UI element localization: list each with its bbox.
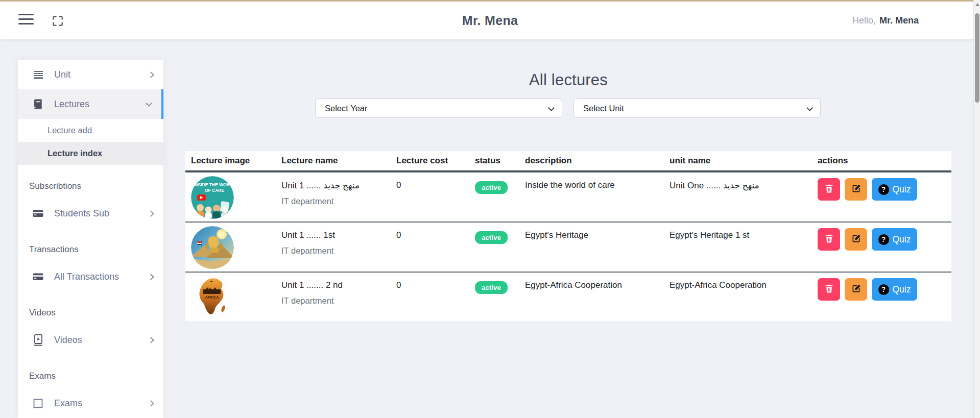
lecture-department: IT department (281, 246, 391, 256)
status-badge: active (475, 281, 508, 294)
sidebar-section-header: Exams (18, 371, 163, 388)
status-badge: active (475, 231, 508, 244)
question-circle-icon: ? (878, 284, 889, 295)
lecture-name: Unit 1 ...... منهج جديد (281, 180, 391, 191)
sidebar-group-exams: Exams Exams (18, 371, 163, 418)
delete-button[interactable] (818, 228, 840, 251)
lecture-image-care[interactable]: INSIDE THE WORLD OF CARE (191, 176, 234, 219)
question-circle-icon: ? (878, 184, 889, 195)
quiz-button[interactable]: ? Quiz (872, 278, 917, 301)
select-year-dropdown[interactable]: Select Year (315, 99, 562, 118)
quiz-button-label: Quiz (893, 284, 911, 295)
sidebar-subitem-lecture-add[interactable]: Lecture add (18, 119, 163, 142)
column-header-lecture-cost: Lecture cost (396, 156, 475, 166)
sidebar-item-label: Unit (54, 69, 149, 80)
scrollbar-thumb[interactable] (975, 13, 979, 103)
select-year-value: Select Year (325, 104, 367, 113)
table-row: Unit 1 ...... 1st IT department 0 active… (185, 222, 951, 272)
unit-name: Unit One ...... منهج جديد (670, 173, 818, 222)
chevron-down-icon (146, 100, 152, 107)
column-header-lecture-image: Lecture image (191, 156, 281, 166)
quiz-button-label: Quiz (893, 234, 911, 245)
status-badge: active (475, 181, 508, 194)
svg-text:INSIDE THE WORLD: INSIDE THE WORLD (194, 182, 234, 187)
trash-icon (824, 283, 834, 296)
book-icon (31, 98, 45, 110)
trash-icon (824, 183, 834, 195)
edit-button[interactable] (845, 278, 867, 301)
chevron-right-icon (148, 274, 154, 280)
quiz-button[interactable]: ? Quiz (872, 178, 917, 201)
sidebar-item-lectures[interactable]: Lectures (18, 89, 163, 119)
chevron-right-icon (148, 210, 154, 217)
sidebar-item-students-sub[interactable]: Students Sub (18, 199, 163, 228)
lecture-name: Unit 1 ....... 2 nd (281, 280, 391, 290)
table-row: AFRICA Unit 1 ....... 2 nd IT department… (185, 272, 951, 322)
credit-card-icon (31, 271, 45, 283)
page-title: All lectures (185, 71, 951, 89)
svg-text:AFRICA: AFRICA (205, 296, 219, 299)
credit-card-icon (31, 207, 45, 219)
sidebar-item-label: Videos (54, 335, 149, 346)
lecture-description: Egypt's Heritage (525, 223, 670, 272)
unit-name: Egypt-Africa Cooperation (670, 273, 818, 322)
sidebar-item-label: Lectures (54, 99, 147, 110)
chevron-right-icon (148, 400, 154, 407)
column-header-actions: actions (818, 156, 951, 166)
chevron-right-icon (148, 71, 154, 78)
column-header-unit-name: unit name (670, 156, 818, 166)
user-greeting: Hello, Mr. Mena (852, 2, 919, 39)
sidebar-item-exams[interactable]: Exams (18, 388, 163, 418)
top-accent-line (0, 0, 980, 2)
sidebar-group-videos: Videos Videos (18, 308, 163, 355)
lecture-name: Unit 1 ...... 1st (281, 230, 391, 240)
delete-button[interactable] (818, 178, 840, 201)
lecture-cost: 0 (396, 173, 475, 222)
sidebar-group-subscriptions: Subscribtions Students Sub (18, 181, 163, 228)
lecture-image-egypt-heritage[interactable] (191, 226, 234, 269)
page-scrollbar[interactable] (973, 0, 980, 418)
edit-button[interactable] (845, 178, 867, 201)
column-header-lecture-name: Lecture name (281, 156, 396, 166)
unit-name: Egypt's Heritage 1 st (670, 223, 818, 272)
pencil-square-icon (851, 233, 862, 245)
sidebar-section-header: Subscribtions (18, 181, 163, 199)
scrollbar-up-arrow[interactable] (975, 3, 979, 6)
sidebar-item-videos[interactable]: Videos (18, 325, 163, 355)
table-header-row: Lecture image Lecture name Lecture cost … (185, 151, 951, 171)
select-unit-dropdown[interactable]: Select Unit (573, 99, 821, 118)
app-title: Mr. Mena (0, 2, 980, 39)
delete-button[interactable] (818, 278, 840, 301)
lecture-image-africa[interactable]: AFRICA (191, 276, 234, 319)
square-outline-icon (31, 397, 45, 409)
pencil-square-icon (851, 283, 862, 296)
chevron-right-icon (148, 337, 154, 343)
pencil-square-icon (851, 183, 862, 195)
main-content: All lectures Select Year Select Unit Lec… (185, 60, 951, 89)
trash-icon (824, 233, 834, 245)
sidebar-item-label: All Transactions (54, 272, 149, 282)
sidebar: Unit Lectures Lecture add Lecture index … (18, 60, 163, 418)
filters-row: Select Year Select Unit (185, 99, 951, 118)
edit-button[interactable] (845, 228, 867, 251)
chevron-down-icon (548, 105, 555, 111)
sidebar-section-header: Transactions (18, 244, 163, 262)
table-row: INSIDE THE WORLD OF CARE Unit 1 ...... م… (185, 171, 951, 222)
sidebar-item-all-transactions[interactable]: All Transactions (18, 262, 163, 291)
sidebar-group-transactions: Transactions All Transactions (18, 244, 163, 291)
chevron-down-icon (806, 105, 813, 111)
lecture-description: Egypt-Africa Cooperation (525, 273, 670, 322)
topbar: Mr. Mena Hello, Mr. Mena (0, 2, 980, 39)
sidebar-subitem-lecture-index[interactable]: Lecture index (18, 142, 163, 165)
quiz-button-label: Quiz (893, 184, 911, 195)
sidebar-item-unit[interactable]: Unit (18, 60, 163, 89)
quiz-button[interactable]: ? Quiz (872, 228, 917, 251)
lecture-description: Inside the world of care (525, 173, 670, 222)
greeting-prefix: Hello, (852, 15, 876, 26)
greeting-username[interactable]: Mr. Mena (879, 15, 919, 26)
sidebar-item-label: Exams (54, 398, 149, 409)
list-lines-icon (31, 68, 45, 81)
sidebar-section-header: Videos (18, 308, 163, 325)
sidebar-item-label: Students Sub (54, 208, 149, 219)
lectures-table: Lecture image Lecture name Lecture cost … (185, 151, 951, 322)
